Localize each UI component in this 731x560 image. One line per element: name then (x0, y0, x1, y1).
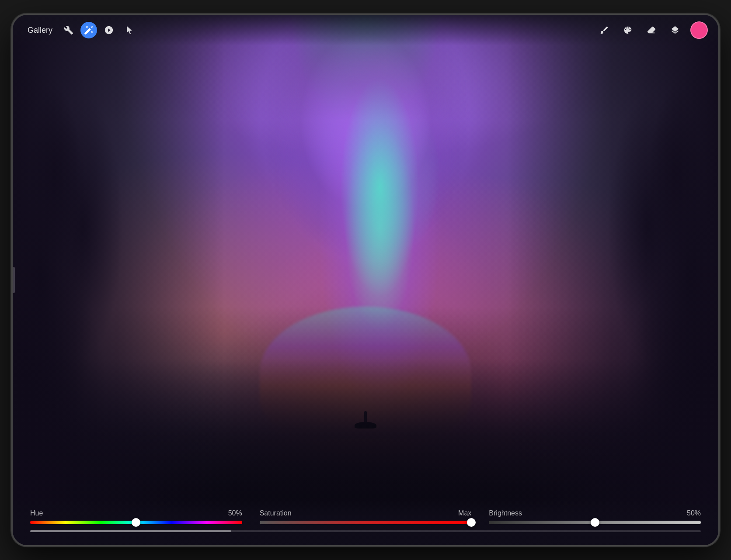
sliders-row: Hue 50% Saturation Max (30, 509, 701, 524)
toolbar-left: Gallery (23, 22, 596, 38)
boat-silhouette (352, 411, 379, 429)
device-frame: Gallery (11, 14, 720, 546)
hue-value: 50% (228, 509, 242, 517)
wrench-icon (64, 25, 73, 35)
brightness-slider-group: Brightness 50% (489, 509, 701, 524)
water-reflection (260, 307, 471, 439)
brightness-value: 50% (687, 509, 701, 517)
saturation-label: Saturation (260, 509, 292, 517)
artwork-background (13, 15, 718, 545)
canvas-area (13, 15, 718, 545)
transform-button[interactable] (101, 22, 117, 38)
smudge-icon (623, 25, 633, 35)
hue-track[interactable] (30, 521, 242, 524)
toolbar: Gallery (13, 15, 718, 45)
selection-button[interactable] (121, 22, 137, 38)
transform-icon (104, 25, 114, 35)
brush-icon (599, 25, 609, 35)
timeline-bar[interactable] (30, 530, 701, 532)
brush-button[interactable] (596, 22, 613, 38)
hue-thumb[interactable] (132, 518, 140, 527)
eraser-icon (647, 25, 656, 35)
layers-button[interactable] (667, 22, 683, 38)
magic-wand-button[interactable] (80, 22, 97, 38)
hue-slider-header: Hue 50% (30, 509, 242, 517)
rocks-left (13, 15, 295, 545)
brightness-label: Brightness (489, 509, 522, 517)
brightness-track[interactable] (489, 521, 701, 524)
saturation-track[interactable] (260, 521, 472, 524)
color-swatch[interactable] (690, 21, 708, 39)
sky-aurora (13, 15, 718, 360)
magic-wand-icon (84, 25, 94, 35)
hue-label: Hue (30, 509, 43, 517)
layers-icon (670, 25, 680, 35)
saturation-slider-group: Saturation Max (260, 509, 472, 524)
saturation-value: Max (458, 509, 471, 517)
brightness-thumb[interactable] (591, 518, 599, 527)
saturation-thumb[interactable] (467, 518, 476, 527)
hue-slider-group: Hue 50% (30, 509, 242, 524)
timeline-progress (30, 530, 231, 532)
gallery-button[interactable]: Gallery (23, 23, 57, 38)
side-handle[interactable] (13, 267, 15, 293)
smudge-button[interactable] (620, 22, 636, 38)
brightness-slider-header: Brightness 50% (489, 509, 701, 517)
saturation-slider-header: Saturation Max (260, 509, 472, 517)
eraser-button[interactable] (643, 22, 660, 38)
rocks-right (436, 15, 718, 545)
bottom-panel: Hue 50% Saturation Max (13, 499, 718, 545)
toolbar-right (596, 21, 708, 39)
wrench-button[interactable] (60, 22, 77, 38)
selection-icon (124, 25, 134, 35)
